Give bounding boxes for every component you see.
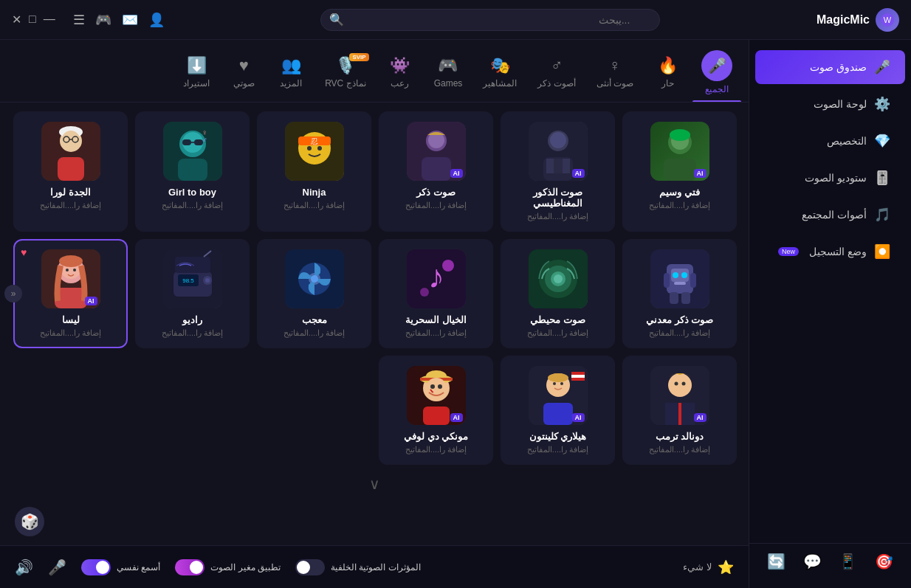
tab-my-voice-label: صوتي — [233, 78, 255, 89]
apply-voice-toggle[interactable] — [175, 559, 204, 575]
sidebar-item-voice-board[interactable]: ⚙️ لوحة الصوت — [755, 87, 905, 121]
svg-rect-28 — [182, 139, 191, 145]
sidebar-item-customize[interactable]: 💎 التخصيص — [755, 124, 905, 158]
tab-import[interactable]: ⬇️ استيراد — [174, 52, 219, 96]
voice-card-donald-trump[interactable]: AI دونالد ترمب إضافة را....المفاتيح — [622, 356, 737, 465]
heart-tab-icon: ♥️ — [239, 56, 249, 75]
app-logo: W MagicMic — [817, 8, 899, 32]
bg-effects-toggle[interactable] — [295, 559, 325, 575]
title-bar-actions: 👤 ✉️ 🎮 ☰ — □ ✕ — [12, 12, 165, 28]
svg-text:忍: 忍 — [310, 137, 318, 145]
tab-my-voice[interactable]: ♥️ صوتي — [221, 52, 266, 96]
expand-button[interactable]: « — [4, 285, 22, 302]
close-button[interactable]: ✕ — [12, 13, 21, 27]
microphone-icon[interactable]: 🎤 — [48, 558, 66, 576]
search-icon[interactable]: 🔍 — [329, 13, 344, 27]
title-bar: W MagicMic 🔍 👤 ✉️ 🎮 ☰ — □ ✕ — [0, 0, 911, 40]
svg-rect-48 — [690, 273, 696, 288]
sidebar-item-community[interactable]: 🎵 أصوات المجتمع — [755, 198, 905, 232]
tab-rvc[interactable]: SVIP 🎙️ نماذج RVC — [316, 52, 374, 96]
new-badge: New — [778, 247, 799, 256]
svg-rect-11 — [563, 159, 570, 173]
sidebar-item-record-mode[interactable]: ⏺️ وضع التسجيل New — [755, 235, 905, 269]
main-layout: 🎤 صندوق صوت ⚙️ لوحة الصوت 💎 التخصيص 🎚️ س… — [0, 40, 911, 588]
tab-more[interactable]: 👥 المزيد — [269, 52, 313, 96]
tab-male-label: أصوت ذكر — [537, 78, 575, 89]
voice-card-metallic-male[interactable]: صوت ذكر معدني إضافة را....المفاتيح — [622, 239, 737, 348]
svg-point-70 — [205, 278, 210, 283]
voice-card-fati-waseem[interactable]: AI فتي وسيم إضافة را....المفاتيح — [622, 111, 737, 232]
voice-card-name: معجب — [302, 314, 327, 325]
voice-card-action: إضافة را....المفاتيح — [283, 201, 345, 210]
voice-card-avatar: 98.5 — [163, 249, 222, 308]
search-bar[interactable]: 🔍 — [320, 9, 660, 31]
svg-rect-12 — [554, 159, 563, 173]
chat-icon[interactable]: 💬 — [803, 553, 822, 570]
category-tabs: 🎤 الجميع 🔥 حار ♀️ صوت أنثى ♂️ أصوت ذكر 🎭… — [0, 40, 749, 103]
voice-card-grandma-lora[interactable]: الجدة لورا إضافة را....المفاتيح — [13, 111, 128, 232]
sidebar-item-label: ستوديو الصوت — [805, 172, 867, 184]
tab-all[interactable]: 🎤 الجميع — [692, 46, 741, 102]
volume-icon[interactable]: 🔊 — [15, 558, 33, 576]
voice-card-avatar: ♪ — [407, 249, 466, 308]
svg-rect-97 — [571, 378, 585, 381]
voice-card-male-voice[interactable]: AI صوت ذكر إضافة را....المفاتيح — [379, 111, 493, 232]
voice-card-girl-to-boy[interactable]: ♀ ♂ Girl to boy إضافة را....المفاتيح — [135, 111, 250, 232]
sidebar-item-studio[interactable]: 🎚️ ستوديو الصوت — [755, 161, 905, 195]
svg-point-87 — [681, 382, 685, 386]
target-icon[interactable]: 🎯 — [875, 553, 893, 570]
voice-card-name: Girl to boy — [168, 187, 216, 198]
search-input[interactable] — [320, 9, 660, 31]
toggle-apply-group: تطبيق مغير الصوت — [175, 559, 281, 575]
voice-card-magnetic-male[interactable]: AI صوت الذكور المغناطيسي إضافة را....الم… — [501, 111, 615, 232]
voice-card-hillary[interactable]: AI هيلاري كلينتون إضافة را....المفاتيح — [501, 356, 615, 465]
sidebar-item-label: صندوق صوت — [810, 61, 867, 73]
tab-male[interactable]: ♂️ أصوت ذكر — [529, 52, 584, 96]
svg-point-105 — [430, 384, 435, 389]
voice-card-monkey-d-luffy[interactable]: AI مونكي دي لوفي إضافة را....المفاتيح — [379, 356, 493, 465]
phone-icon[interactable]: 📱 — [839, 553, 857, 570]
dice-button[interactable]: 🎲 — [15, 507, 44, 536]
voice-card-magic-flute[interactable]: ♪ الخيال السحرية إضافة را....المفاتيح — [379, 239, 493, 348]
voice-card-avatar — [650, 249, 709, 308]
sidebar-item-voice-box[interactable]: 🎤 صندوق صوت — [755, 50, 905, 84]
voice-card-avatar — [41, 122, 100, 181]
voice-card-fan[interactable]: معجب إضافة را....المفاتيح — [257, 239, 371, 348]
svg-text:W: W — [884, 15, 892, 24]
svg-text:♂: ♂ — [202, 136, 207, 144]
voice-card-avatar: AI — [529, 366, 588, 425]
tab-horror[interactable]: 👾 رعب — [378, 52, 422, 96]
svg-rect-100 — [423, 407, 450, 425]
voice-card-radio[interactable]: 98.5 راديو إضافة را....المفاتيح — [135, 239, 250, 348]
maximize-button[interactable]: □ — [29, 13, 36, 27]
svg-point-44 — [673, 272, 678, 278]
voice-card-action: إضافة را....المفاتيح — [649, 201, 710, 210]
svg-rect-47 — [664, 273, 670, 288]
svg-point-45 — [681, 272, 687, 278]
mail-icon[interactable]: ✉️ — [122, 12, 138, 28]
discord-icon[interactable]: 🎮 — [95, 12, 111, 28]
ai-badge: AI — [85, 297, 97, 305]
svg-point-78 — [73, 269, 76, 271]
tab-celebrities[interactable]: 🎭 المشاهير — [474, 52, 526, 96]
svg-point-94 — [560, 382, 563, 385]
voice-card-ambient-sound[interactable]: صوت محيطي إضافة را....المفاتيح — [501, 239, 615, 348]
svg-rect-90 — [543, 403, 573, 425]
tab-hot[interactable]: 🔥 حار — [645, 52, 690, 96]
settings-icon: ⚙️ — [874, 96, 890, 112]
hear-myself-toggle[interactable] — [81, 559, 111, 575]
minimize-button[interactable]: — — [44, 13, 55, 27]
menu-icon[interactable]: ☰ — [73, 12, 85, 28]
apply-voice-label: تطبيق مغير الصوت — [210, 562, 281, 573]
voice-card-name: الخيال السحرية — [405, 314, 467, 325]
user-icon[interactable]: 👤 — [148, 12, 165, 28]
svg-rect-26 — [178, 159, 207, 181]
tab-games[interactable]: 🎮 Games — [425, 52, 472, 96]
voice-card-avatar: AI — [407, 122, 466, 181]
hear-myself-label: أسمع نفسي — [117, 562, 160, 573]
tab-female[interactable]: ♀️ صوت أنثى — [588, 52, 642, 96]
voice-card-lisa[interactable]: ♥ — [13, 239, 128, 348]
no-effect-display: ⭐ لا شيء — [683, 559, 734, 575]
refresh-icon[interactable]: 🔄 — [767, 553, 785, 570]
voice-card-ninja[interactable]: 忍 Ninja إضافة را....المفاتيح — [257, 111, 371, 232]
